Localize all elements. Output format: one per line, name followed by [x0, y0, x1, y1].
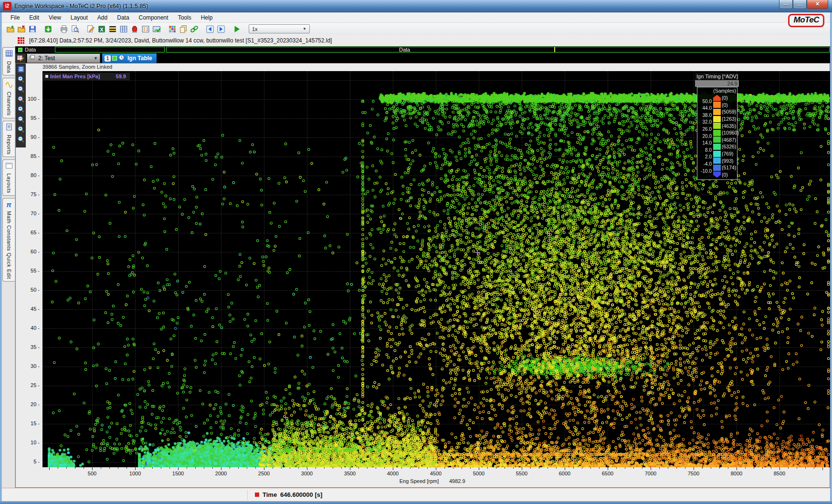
print-button[interactable]	[58, 24, 69, 34]
table-blue-icon	[5, 50, 13, 59]
back-button[interactable]	[204, 24, 215, 34]
verify-button[interactable]	[151, 24, 162, 34]
x-tick-label: 1500	[164, 471, 192, 476]
open-file-add-button[interactable]	[5, 24, 16, 34]
legend-swatch	[713, 102, 721, 108]
legend-samples-header: (Samples)	[698, 88, 736, 94]
sidebar-tab-reports[interactable]: Reports	[2, 121, 15, 157]
legend-tick: -4.0	[697, 161, 712, 167]
edit-table-icon[interactable]	[15, 53, 26, 63]
menu-item-file[interactable]: File	[6, 13, 24, 22]
copy-button[interactable]	[178, 24, 189, 34]
motec-logo: MoTeC	[788, 14, 824, 27]
x-tick-label: 8000	[722, 471, 751, 476]
legend-count: (0)	[722, 95, 728, 101]
svg-text:−: −	[19, 86, 21, 91]
properties-button[interactable]	[140, 24, 151, 34]
y-tick-label: 40 -	[17, 325, 40, 331]
grid-button[interactable]	[167, 24, 178, 34]
sidebar-tab-math-constants-quick-edit[interactable]: πMath Constants Quick Edit	[2, 198, 15, 282]
menu-item-help[interactable]: Help	[196, 13, 218, 22]
sidebar-tab-channels[interactable]: Channels	[2, 78, 15, 118]
timeline-cursor[interactable]	[554, 47, 555, 52]
channel-list-icon[interactable]	[17, 65, 25, 74]
main-toolbar: X1x▼	[2, 23, 830, 35]
menu-item-layout[interactable]: Layout	[66, 13, 93, 22]
zoom-x-in-icon[interactable]: +	[17, 105, 25, 114]
y-tick-label: 75 -	[17, 191, 40, 197]
sidebar-tab-layouts[interactable]: Layouts	[2, 159, 15, 196]
legend-swatch	[713, 116, 721, 122]
time-cursor-icon	[255, 493, 259, 497]
menu-item-edit[interactable]: Edit	[24, 13, 44, 22]
legend-swatch	[713, 144, 721, 150]
playback-speed-select[interactable]: 1x▼	[249, 24, 310, 33]
y-tick-label: 90 -	[17, 134, 40, 140]
maximize-button[interactable]: □	[793, 0, 807, 9]
y-tick-label: 45 -	[17, 306, 40, 312]
y-tick-label: 20 -	[17, 401, 40, 407]
x-tick-label: 1000	[121, 471, 149, 476]
timeline-segment-2[interactable]: Data	[166, 47, 830, 52]
sidebar-tab-label: Math Constants Quick Edit	[6, 211, 12, 279]
edit-button[interactable]	[85, 24, 96, 34]
legend-count: (5174)	[722, 165, 736, 170]
timeline-segment-1[interactable]	[55, 47, 165, 52]
minimize-button[interactable]: —	[779, 0, 793, 9]
legend-count: (5059)	[722, 109, 736, 115]
legend-entry: -10.0(0)	[698, 171, 736, 178]
x-tick-label: 4000	[379, 471, 407, 476]
legend-tick: 32.0	[697, 119, 712, 125]
chevron-down-icon: ▼	[303, 27, 306, 31]
play-button[interactable]	[231, 24, 242, 34]
status-time-value: 646.600000 [s]	[280, 491, 322, 498]
menu-item-view[interactable]: View	[44, 13, 66, 22]
zoom-out-icon[interactable]: −	[17, 85, 25, 94]
legend-tick: 38.0	[697, 113, 712, 118]
channel-label[interactable]: Inlet Man Pres [kPa] 59.9	[43, 73, 130, 80]
import-button[interactable]	[42, 24, 53, 34]
open-file-remove-button[interactable]	[16, 24, 27, 34]
link-button[interactable]	[189, 24, 200, 34]
zoom-y-in-icon[interactable]: +	[17, 125, 25, 134]
menu-item-tools[interactable]: Tools	[173, 13, 196, 22]
menu-item-component[interactable]: Component	[134, 13, 173, 22]
left-dock: DataChannelsReportsLayoutsπMath Constant…	[2, 46, 15, 488]
workspace-content: Data Data 2: Test ▼ 1 Ign Table +−×+−+−	[15, 46, 830, 488]
video-button[interactable]	[107, 24, 118, 34]
tab-label: Ign Table	[127, 55, 152, 62]
alarm-button[interactable]	[129, 24, 140, 34]
legend-count: (769)	[722, 151, 734, 157]
legend-tick: 2.0	[697, 154, 712, 159]
y-tick-label: 95 -	[17, 115, 40, 121]
color-legend[interactable]: Ign Timing [°ADV] 24.9 (Samples) (0)50.0…	[695, 73, 739, 87]
y-tick-label: 60 -	[17, 249, 40, 254]
forward-button[interactable]	[215, 24, 226, 34]
legend-cursor-value: 24.9	[695, 80, 739, 87]
export-excel-button[interactable]: X	[96, 24, 107, 34]
close-button[interactable]: ✕	[807, 0, 828, 9]
y-tick-label: 25 -	[17, 382, 40, 388]
table-button[interactable]	[118, 24, 129, 34]
legend-count: (1263)	[722, 116, 736, 122]
legend-tick: 20.0	[697, 134, 712, 139]
svg-text:+: +	[19, 106, 21, 111]
log-info-bar: [67:28.410] Data,2:57:52 PM, 3/24/2023, …	[2, 35, 830, 46]
tab-green-square	[112, 56, 117, 61]
x-tick-label: 8500	[765, 471, 794, 476]
zoom-in-icon[interactable]: +	[17, 75, 25, 84]
sidebar-tab-data[interactable]: Data	[2, 47, 15, 75]
worksheet-selector[interactable]: 2: Test ▼	[27, 53, 100, 63]
menu-item-data[interactable]: Data	[112, 13, 134, 22]
sidebar-tab-label: Channels	[6, 92, 12, 116]
sidebar-tab-label: Data	[6, 61, 12, 73]
tab-ign-table[interactable]: 1 Ign Table	[102, 53, 157, 63]
print-preview-button[interactable]	[69, 24, 80, 34]
data-timeline-bar[interactable]: Data Data	[15, 46, 830, 53]
menu-item-add[interactable]: Add	[93, 13, 112, 22]
x-tick-label: 7000	[636, 471, 665, 476]
app-icon: i2	[3, 2, 11, 10]
save-button[interactable]	[27, 24, 38, 34]
y-tick-label: 55 -	[17, 268, 40, 273]
y-tick-label: 100 -	[17, 96, 40, 102]
